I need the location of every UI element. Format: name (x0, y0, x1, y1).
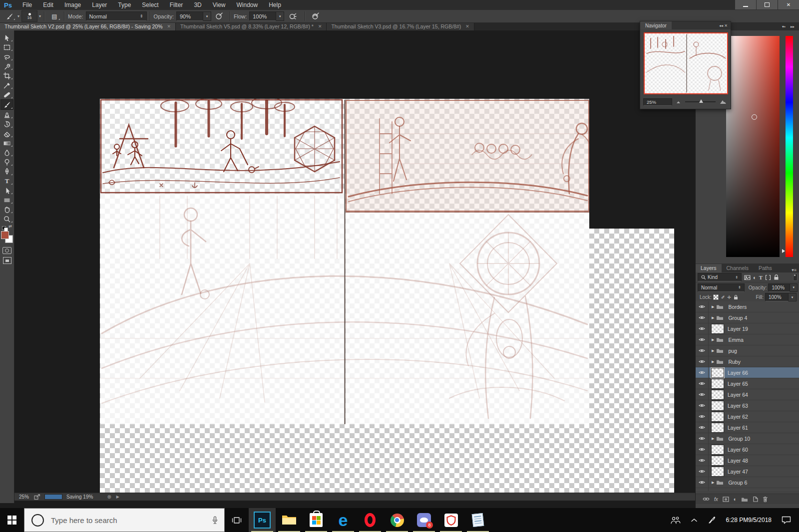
visibility-toggle[interactable] (696, 389, 709, 400)
layer-thumbnail[interactable] (711, 324, 724, 334)
layer-row[interactable]: Layer 66 (696, 367, 799, 378)
tab-close-icon[interactable]: ✕ (318, 24, 322, 29)
layer-name[interactable]: Group 10 (728, 436, 750, 442)
lasso-tool-button[interactable] (0, 52, 13, 61)
history-brush-tool-button[interactable] (0, 119, 13, 129)
hand-tool-button[interactable] (0, 205, 13, 214)
start-button[interactable] (0, 508, 24, 532)
layer-name[interactable]: Layer 60 (728, 447, 748, 453)
search-input[interactable] (50, 516, 212, 525)
expand-arrow-icon[interactable]: ▶ (712, 437, 714, 441)
rectangular-marquee-tool-button[interactable] (0, 42, 13, 52)
delete-layer-icon[interactable] (763, 496, 768, 502)
layer-row[interactable]: Layer 48 (696, 455, 799, 466)
new-group-icon[interactable] (741, 497, 748, 502)
magic-wand-tool-button[interactable] (0, 61, 13, 71)
layer-opacity-dropdown[interactable]: ▾ (790, 283, 798, 292)
add-mask-icon[interactable] (723, 497, 729, 502)
layer-name[interactable]: Layer 65 (728, 381, 748, 387)
zoom-out-icon[interactable] (676, 100, 681, 104)
lock-all-icon[interactable] (734, 294, 738, 300)
screen-mode-button[interactable] (3, 257, 11, 264)
tab-close-icon[interactable]: ✕ (465, 24, 469, 29)
crop-tool-button[interactable] (0, 71, 13, 80)
expand-arrow-icon[interactable]: ▶ (712, 481, 714, 485)
swap-colors-icon[interactable]: ⇄ (8, 224, 12, 229)
pressure-size-icon[interactable] (312, 12, 319, 20)
visibility-toggle[interactable] (696, 477, 709, 488)
layer-thumbnail[interactable] (711, 390, 724, 400)
layer-row[interactable]: ▶ Emma (696, 334, 799, 345)
taskbar-opera-button[interactable] (357, 508, 384, 532)
layer-row[interactable]: Layer 62 (696, 411, 799, 422)
navigator-zoom-slider-thumb[interactable] (699, 99, 703, 103)
visibility-toggle[interactable] (696, 367, 709, 378)
visibility-toggle[interactable] (696, 378, 709, 389)
layer-name[interactable]: pug (728, 348, 737, 354)
panel-menu-icon[interactable]: ▾▪ (782, 24, 786, 29)
taskbar-store-button[interactable] (303, 508, 330, 532)
tool-preset-picker[interactable] (3, 11, 16, 21)
hue-slider[interactable] (786, 36, 793, 257)
lock-transparency-icon[interactable] (713, 294, 719, 300)
menu-image[interactable]: Image (59, 0, 86, 10)
layer-name[interactable]: Layer 47 (728, 469, 748, 475)
visibility-toggle[interactable] (696, 323, 709, 334)
document-tab-3[interactable]: Thumbnail Sketch V3.psd @ 16.7% (Layer 1… (327, 22, 474, 30)
gradient-tool-button[interactable] (0, 138, 13, 148)
blur-tool-button[interactable] (0, 148, 13, 157)
layer-row[interactable]: ▶ Group 3 (696, 488, 799, 491)
menu-edit[interactable]: Edit (37, 0, 59, 10)
layer-thumbnail[interactable] (711, 456, 724, 466)
filter-adjustment-icon[interactable]: ◐ (753, 274, 757, 280)
taskbar-notepad-button[interactable] (464, 508, 491, 532)
menu-file[interactable]: File (17, 0, 37, 10)
layer-thumbnail[interactable] (711, 401, 724, 411)
taskbar-antivirus-button[interactable] (437, 508, 464, 532)
layer-row[interactable]: Layer 61 (696, 422, 799, 433)
type-tool-button[interactable]: T (0, 176, 13, 186)
visibility-toggle[interactable] (696, 466, 709, 477)
foreground-color-swatch[interactable] (1, 231, 9, 239)
dodge-tool-button[interactable] (0, 157, 13, 167)
navigator-zoom-slider[interactable] (685, 101, 716, 102)
menu-filter[interactable]: Filter (164, 0, 189, 10)
menu-window[interactable]: Window (231, 0, 264, 10)
fill-dropdown[interactable]: ▾ (789, 293, 797, 301)
layer-row[interactable]: ▶ Borders (696, 301, 799, 312)
visibility-toggle[interactable] (696, 444, 709, 455)
layer-opacity-select[interactable]: 100% (768, 283, 790, 292)
visibility-toggle[interactable] (696, 312, 709, 323)
cancel-icon[interactable]: ⊗ (107, 494, 111, 500)
visibility-toggle[interactable] (696, 422, 709, 433)
panel-menu-icon[interactable]: ▾≡ (792, 267, 797, 272)
pressure-opacity-icon[interactable] (215, 12, 223, 20)
lock-position-icon[interactable]: ✛ (727, 295, 731, 300)
opacity-select[interactable]: 90% (176, 11, 203, 21)
layer-row[interactable]: ▶ Group 4 (696, 312, 799, 323)
layer-thumbnail[interactable] (711, 467, 724, 477)
visibility-toggle[interactable] (696, 433, 709, 444)
microphone-icon[interactable] (212, 516, 218, 525)
minimize-button[interactable] (735, 0, 756, 9)
new-layer-icon[interactable] (753, 496, 758, 502)
flow-dropdown-button[interactable]: ▾ (276, 11, 284, 21)
default-colors-control[interactable]: ⇄ (2, 225, 12, 230)
link-layers-icon[interactable] (703, 497, 710, 502)
taskbar-photoshop-button[interactable]: Ps (249, 508, 276, 532)
layer-name[interactable]: Layer 64 (728, 392, 748, 398)
visibility-toggle[interactable] (696, 455, 709, 466)
fill-select[interactable]: 100% (765, 293, 789, 301)
visibility-toggle[interactable] (696, 334, 709, 345)
menu-layer[interactable]: Layer (86, 0, 112, 10)
layer-row[interactable]: Layer 63 (696, 400, 799, 411)
expand-arrow-icon[interactable]: ▶ (712, 316, 714, 320)
show-hidden-icons-button[interactable] (686, 508, 703, 532)
eyedropper-tool-button[interactable] (0, 80, 13, 90)
zoom-in-icon[interactable] (720, 99, 727, 104)
layer-thumbnail[interactable] (711, 412, 724, 422)
eraser-tool-button[interactable] (0, 129, 13, 138)
lock-pixels-icon[interactable]: ✐ (721, 295, 725, 300)
layer-blend-mode-select[interactable]: Normal ⇕ (698, 283, 745, 292)
menu-3d[interactable]: 3D (188, 0, 207, 10)
